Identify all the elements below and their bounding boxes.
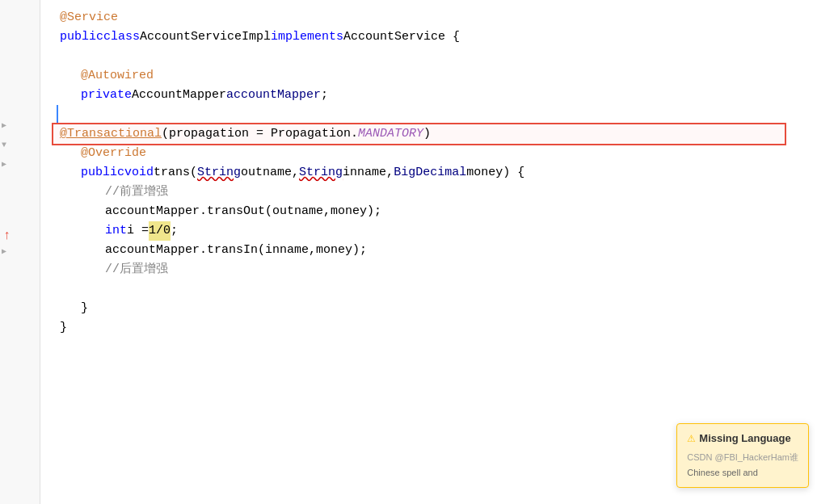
kw-private: private: [81, 86, 132, 105]
field-account-mapper: accountMapper: [226, 86, 321, 105]
semicolon-2: ;: [171, 221, 178, 241]
fold-arrow-2[interactable]: ▼: [2, 139, 6, 152]
code-line-method-sig: public void trans ( String outname, Stri…: [57, 163, 817, 183]
kw-void: void: [124, 163, 154, 183]
annotation-override: @Override: [81, 144, 146, 163]
gutter: ▶ ▼ ▶ ↑ ▶: [0, 0, 40, 504]
propagation-open: (propagation = Propagation.: [162, 124, 358, 144]
code-line-comment-post: //后置增强: [57, 260, 817, 279]
code-line: @Service: [57, 8, 817, 27]
var-i-assign: i =: [127, 221, 149, 241]
param-type-bigdecimal: BigDecimal: [394, 163, 466, 183]
editor-container: ▶ ▼ ▶ ↑ ▶ @Service public class AccountS…: [0, 0, 817, 504]
code-line: @Autowired: [57, 66, 817, 86]
kw-class: class: [103, 27, 140, 47]
kw-public-2: public: [81, 163, 124, 183]
brace-close-class: }: [60, 318, 67, 338]
code-line-close-method: }: [57, 299, 817, 318]
fold-arrow-4[interactable]: ▶: [2, 246, 6, 258]
trans-out-call: accountMapper.transOut(outname,money);: [105, 202, 381, 221]
code-line-comment-pre: //前置增强: [57, 183, 817, 202]
type-account-mapper: AccountMapper: [132, 86, 226, 105]
empty-line: [57, 47, 817, 66]
code-line: private AccountMapper accountMapper ;: [57, 86, 817, 105]
annotation-service: @Service: [60, 8, 118, 27]
kw-int: int: [105, 221, 127, 241]
divide-by-zero: 1/0: [149, 221, 171, 241]
comment-post-enhancement: //后置增强: [105, 260, 168, 279]
annotation-transactional[interactable]: @Transactional: [60, 124, 162, 144]
code-line-trans-out: accountMapper.transOut(outname,money);: [57, 202, 817, 221]
code-line: @Override: [57, 144, 817, 163]
trans-in-call: accountMapper.transIn(inname,money);: [105, 241, 367, 260]
gutter-icons: ▶ ▼ ▶ ↑ ▶: [0, 0, 40, 504]
notification-header: ⚠ Missing Language: [687, 430, 798, 447]
code-area: @Service public class AccountServiceImpl…: [40, 0, 817, 504]
paren-open: (: [190, 163, 197, 183]
param-outname: outname,: [241, 163, 299, 183]
warning-icon: ⚠: [687, 431, 696, 447]
notification-subtitle: Chinese spell and: [687, 466, 798, 481]
code-line-close-class: }: [57, 318, 817, 338]
notification-title: Missing Language: [699, 430, 790, 447]
csdn-watermark: CSDN @FBI_HackerHam谁: [687, 451, 798, 465]
brace-close-method: }: [81, 299, 88, 318]
fold-arrow-3[interactable]: ▶: [2, 158, 6, 171]
kw-public: public: [60, 27, 103, 47]
current-line-indicator: [57, 105, 817, 124]
semicolon: ;: [321, 86, 328, 105]
comment-pre-enhancement: //前置增强: [105, 183, 168, 202]
param-inname: inname,: [343, 163, 394, 183]
class-name: AccountServiceImpl: [140, 27, 271, 47]
notification-box[interactable]: ⚠ Missing Language CSDN @FBI_HackerHam谁 …: [676, 423, 809, 488]
up-arrow-indicator: ↑: [3, 226, 11, 247]
empty-line-2: [57, 279, 817, 299]
propagation-close: ): [423, 124, 431, 144]
kw-implements: implements: [271, 27, 343, 47]
code-line-int: int i = 1/0 ;: [57, 221, 817, 241]
param-type-string-2: String: [299, 163, 343, 183]
annotation-autowired: @Autowired: [81, 66, 154, 86]
mandatory-value: MANDATORY: [358, 124, 423, 144]
interface-name: AccountService {: [343, 27, 460, 47]
method-name-trans: trans: [154, 163, 190, 183]
fold-arrow-1[interactable]: ▶: [2, 120, 6, 132]
code-line: public class AccountServiceImpl implemen…: [57, 27, 817, 47]
code-line-trans-in: accountMapper.transIn(inname,money);: [57, 241, 817, 260]
param-money: money) {: [466, 163, 524, 183]
param-type-string-1: String: [197, 163, 241, 183]
transactional-line: @Transactional (propagation = Propagatio…: [53, 124, 785, 144]
